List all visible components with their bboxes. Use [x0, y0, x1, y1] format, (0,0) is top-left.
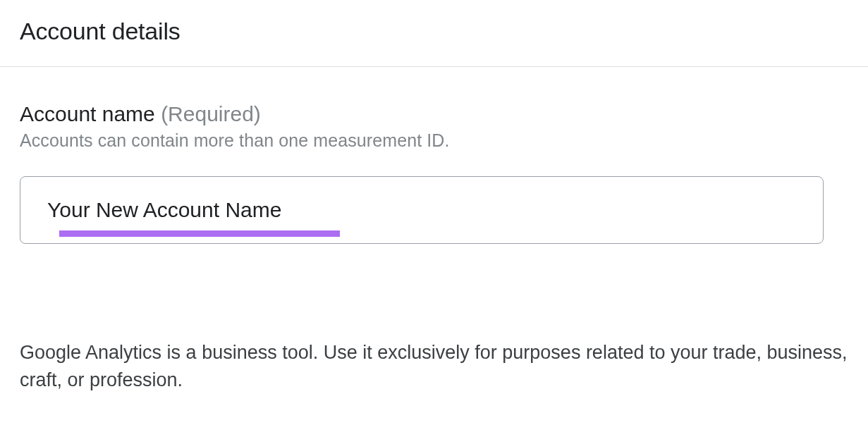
section-header: Account details: [0, 0, 868, 67]
account-details-container: Account details Account name (Required) …: [0, 0, 868, 394]
disclaimer-text: Google Analytics is a business tool. Use…: [20, 339, 848, 394]
section-title: Account details: [20, 18, 848, 45]
account-name-input-wrapper: [20, 176, 824, 244]
disclaimer-section: Google Analytics is a business tool. Use…: [0, 339, 868, 394]
highlight-underline: [59, 230, 340, 237]
form-section: Account name (Required) Accounts can con…: [0, 67, 868, 244]
account-name-label-text: Account name: [20, 102, 155, 125]
account-name-required-text: (Required): [161, 102, 261, 125]
account-name-helper-text: Accounts can contain more than one measu…: [20, 130, 848, 151]
account-name-label: Account name (Required): [20, 102, 848, 126]
